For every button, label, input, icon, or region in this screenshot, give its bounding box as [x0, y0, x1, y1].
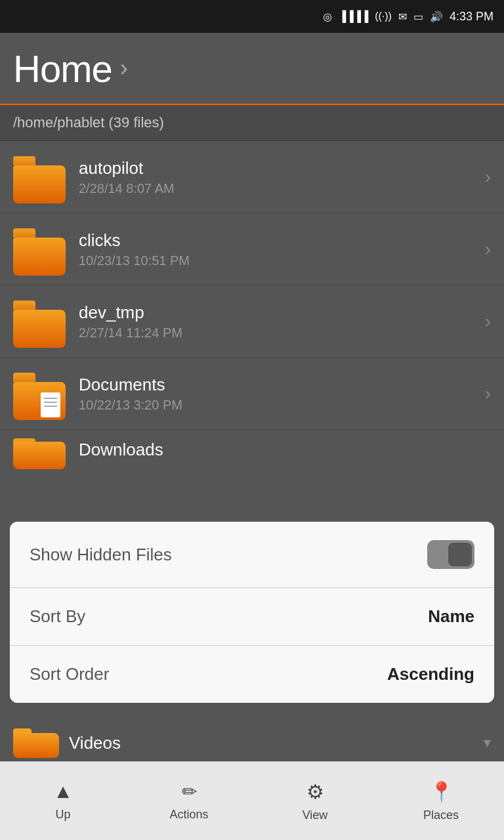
show-hidden-files-toggle[interactable]: [427, 540, 474, 569]
folder-icon: [13, 295, 66, 348]
view-icon: ⚙: [306, 780, 324, 803]
sort-order-row[interactable]: Sort Order Ascending: [10, 646, 494, 703]
status-bar: ◎ ▐▐▐▐ ((·)) ✉ ▭ 🔊 4:33 PM: [0, 0, 504, 33]
list-item[interactable]: clicks 10/23/13 10:51 PM ›: [0, 213, 504, 285]
nav-item-up[interactable]: ▲ Up: [30, 780, 96, 822]
show-hidden-files-row[interactable]: Show Hidden Files: [10, 522, 494, 588]
file-info: Documents 10/22/13 3:20 PM: [79, 375, 478, 413]
location-icon: ◎: [323, 10, 332, 23]
nav-item-view[interactable]: ⚙ View: [282, 780, 348, 822]
status-time: 4:33 PM: [450, 10, 494, 24]
file-info: clicks 10/23/13 10:51 PM: [79, 230, 478, 268]
folder-icon: [13, 728, 59, 758]
settings-panel: Show Hidden Files Sort By Name Sort Orde…: [10, 522, 494, 703]
file-name: clicks: [79, 230, 478, 251]
list-item[interactable]: Videos ▾: [0, 725, 504, 761]
file-date: 2/27/14 11:24 PM: [79, 326, 478, 341]
sort-by-label: Sort By: [30, 606, 85, 627]
nav-label-up: Up: [55, 808, 70, 822]
chevron-right-icon: ›: [485, 167, 491, 188]
path-text: /home/phablet (39 files): [13, 114, 164, 131]
file-date: 2/28/14 8:07 AM: [79, 181, 478, 196]
chevron-right-icon: ›: [485, 239, 491, 260]
file-info: Downloads: [79, 440, 491, 463]
breadcrumb-arrow: ›: [120, 54, 128, 82]
battery-icon: ▭: [413, 10, 423, 23]
folder-icon: [13, 151, 66, 203]
wifi-icon: ((·)): [375, 10, 392, 22]
file-name: autopilot: [79, 158, 478, 178]
places-icon: 📍: [429, 780, 453, 803]
toggle-knob: [448, 543, 472, 566]
list-item[interactable]: dev_tmp 2/27/14 11:24 PM ›: [0, 285, 504, 358]
file-name: Documents: [79, 375, 478, 395]
show-hidden-files-label: Show Hidden Files: [30, 545, 172, 565]
file-name: Downloads: [79, 440, 491, 460]
file-list: autopilot 2/28/14 8:07 AM › clicks 10/23…: [0, 141, 504, 472]
nav-item-actions[interactable]: ✏ Actions: [156, 781, 222, 822]
sort-order-value: Ascending: [387, 664, 474, 684]
sort-by-value: Name: [428, 606, 474, 627]
up-icon: ▲: [53, 780, 73, 803]
file-info: autopilot 2/28/14 8:07 AM: [79, 158, 478, 196]
sort-by-row[interactable]: Sort By Name: [10, 588, 494, 646]
volume-icon: 🔊: [430, 10, 443, 23]
folder-docs-icon: [13, 368, 66, 420]
list-item[interactable]: autopilot 2/28/14 8:07 AM ›: [0, 141, 504, 213]
folder-icon: [13, 433, 66, 469]
header: Home ›: [0, 33, 504, 105]
folder-icon: [13, 223, 66, 276]
file-info: dev_tmp 2/27/14 11:24 PM: [79, 303, 478, 341]
mail-icon: ✉: [398, 10, 407, 23]
chevron-right-icon: ›: [485, 383, 491, 404]
path-bar: /home/phablet (39 files): [0, 105, 504, 141]
file-name: Videos: [69, 733, 121, 753]
file-name: dev_tmp: [79, 303, 478, 323]
page-title: Home: [13, 47, 112, 91]
nav-label-view: View: [303, 808, 328, 822]
signal-icon: ▐▐▐▐: [339, 10, 368, 22]
nav-item-places[interactable]: 📍 Places: [408, 780, 474, 822]
list-item[interactable]: Downloads: [0, 430, 504, 472]
chevron-down-icon: ▾: [484, 734, 491, 751]
bottom-nav: ▲ Up ✏ Actions ⚙ View 📍 Places: [0, 761, 504, 840]
nav-label-actions: Actions: [169, 808, 208, 822]
file-date: 10/23/13 10:51 PM: [79, 253, 478, 268]
nav-label-places: Places: [423, 808, 459, 822]
chevron-right-icon: ›: [485, 311, 491, 332]
sort-order-label: Sort Order: [30, 664, 109, 684]
file-date: 10/22/13 3:20 PM: [79, 398, 478, 413]
actions-icon: ✏: [182, 781, 197, 803]
list-item[interactable]: Documents 10/22/13 3:20 PM ›: [0, 358, 504, 430]
